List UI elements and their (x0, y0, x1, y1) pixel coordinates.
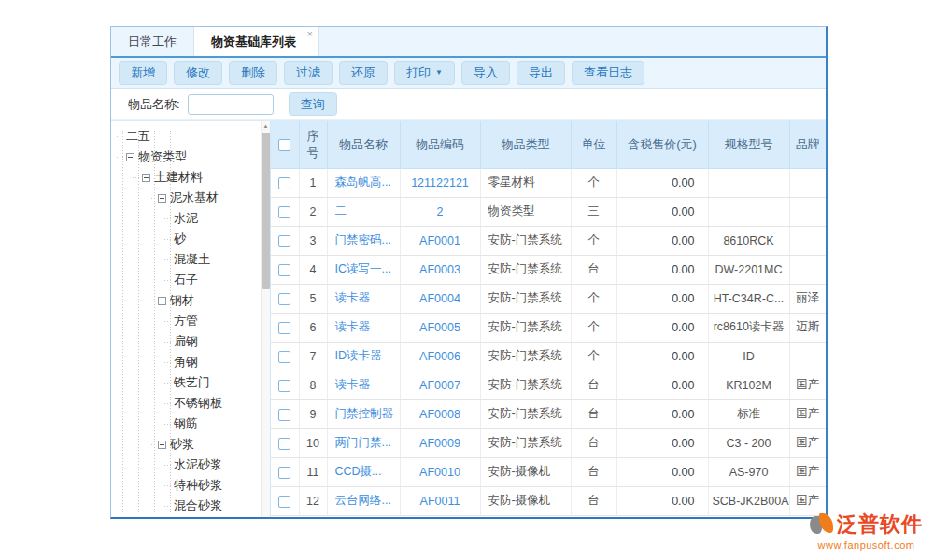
column-header-brand[interactable]: 品牌 (789, 121, 826, 168)
row-checkbox[interactable] (278, 177, 290, 189)
column-header-unit[interactable]: 单位 (571, 121, 616, 168)
item-name-link[interactable]: ID读卡器 (335, 349, 382, 362)
tree-item[interactable]: 泥水基材 (111, 188, 270, 208)
tree-item[interactable]: 混合砂浆 (111, 496, 270, 516)
row-checkbox[interactable] (278, 409, 290, 421)
item-name-link[interactable]: 两门门禁... (335, 436, 391, 449)
item-code-link[interactable]: AF0008 (419, 408, 460, 421)
tree-item[interactable]: 方管 (111, 311, 270, 331)
row-checkbox[interactable] (278, 206, 290, 218)
tab-daily-work-label: 日常工作 (128, 34, 177, 50)
item-name-link[interactable]: 读卡器 (335, 291, 371, 304)
scroll-up-icon[interactable]: ▲ (262, 121, 270, 131)
item-code-link[interactable]: AF0010 (419, 466, 460, 479)
tree-item[interactable]: 石子 (111, 270, 270, 290)
tree-item[interactable]: 扁钢 (111, 331, 270, 352)
delete-button[interactable]: 删除 (229, 61, 277, 85)
row-checkbox[interactable] (278, 264, 290, 276)
view-log-button[interactable]: 查看日志 (572, 61, 644, 85)
item-name-link[interactable]: 森岛帆高... (335, 175, 391, 189)
modify-button[interactable]: 修改 (174, 61, 222, 85)
row-checkbox[interactable] (278, 293, 290, 305)
cell-unit: 个 (571, 342, 616, 371)
cell-code: 121122121 (400, 168, 480, 197)
row-checkbox[interactable] (278, 496, 290, 508)
item-code-link[interactable]: AF0005 (419, 321, 460, 334)
item-name-link[interactable]: 二 (335, 204, 347, 217)
row-checkbox[interactable] (278, 322, 290, 334)
column-header-spec[interactable]: 规格型号 (708, 121, 789, 168)
tree-item[interactable]: 钢材 (111, 290, 270, 311)
column-header-code[interactable]: 物品编码 (400, 121, 480, 168)
collapse-toggle-icon[interactable] (158, 441, 166, 449)
item-name-link[interactable]: 云台网络... (335, 494, 391, 507)
cell-spec (708, 168, 789, 197)
select-all-checkbox[interactable] (278, 139, 290, 151)
cell-no: 1 (299, 168, 327, 197)
tree-item[interactable]: 角钢 (111, 352, 270, 372)
tab-materials-base-list[interactable]: 物资基础库列表× (193, 27, 319, 56)
query-button[interactable]: 查询 (289, 92, 337, 117)
tree-item[interactable]: 砂 (111, 229, 270, 249)
row-checkbox[interactable] (278, 467, 290, 479)
item-code-link[interactable]: 121122121 (411, 176, 469, 189)
item-code-link[interactable]: AF0009 (419, 437, 460, 450)
item-code-link[interactable]: 2 (437, 205, 444, 218)
row-checkbox[interactable] (278, 235, 290, 247)
tree-item[interactable]: 钢筋 (111, 413, 270, 434)
tree-item[interactable]: 混凝土 (111, 249, 270, 270)
item-name-input[interactable] (188, 94, 274, 115)
tree-item[interactable]: 特种砂浆 (111, 475, 270, 496)
filter-button[interactable]: 过滤 (284, 61, 333, 85)
item-code-link[interactable]: AF0007 (419, 379, 460, 392)
import-button[interactable]: 导入 (461, 61, 510, 85)
tree-item-label: 混凝土 (174, 249, 210, 270)
row-checkbox[interactable] (278, 380, 290, 392)
cell-type: 安防-门禁系统 (480, 399, 571, 428)
export-button[interactable]: 导出 (517, 61, 565, 85)
table-row: 9门禁控制器AF0008安防-门禁系统台0.00标准国产 (271, 399, 826, 428)
item-name-link[interactable]: 门禁密码... (335, 233, 391, 246)
item-name-link[interactable]: IC读写一... (335, 262, 391, 275)
materials-table-panel: 序号物品名称物品编码物品类型单位含税售价(元)规格型号品牌 1森岛帆高...12… (271, 121, 826, 517)
item-code-link[interactable]: AF0003 (419, 263, 460, 276)
row-checkbox[interactable] (278, 351, 290, 363)
tree-scrollbar[interactable]: ▲ (261, 121, 270, 517)
tab-close-icon[interactable]: × (307, 29, 313, 39)
cell-type: 安防-门禁系统 (480, 255, 571, 284)
collapse-toggle-icon[interactable] (126, 153, 134, 161)
column-header-type[interactable]: 物品类型 (480, 121, 571, 168)
tree-item[interactable]: 物资类型 (111, 147, 270, 167)
column-header-no[interactable]: 序号 (299, 121, 327, 168)
item-name-link[interactable]: 读卡器 (335, 320, 371, 333)
tree-item[interactable]: 土建材料 (111, 167, 270, 188)
add-button[interactable]: 新增 (119, 61, 167, 85)
item-code-link[interactable]: AF0011 (420, 495, 460, 508)
tree-item-label: 钢材 (170, 290, 194, 311)
tree-item[interactable]: 二五 (111, 126, 270, 147)
item-name-link[interactable]: 门禁控制器 (335, 407, 394, 420)
item-name-link[interactable]: 读卡器 (335, 378, 371, 391)
restore-button[interactable]: 还原 (339, 61, 388, 85)
collapse-toggle-icon[interactable] (142, 174, 150, 182)
tree-item[interactable]: 不锈钢板 (111, 393, 270, 413)
tab-daily-work[interactable]: 日常工作 (111, 27, 193, 56)
collapse-toggle-icon[interactable] (158, 194, 166, 203)
print-button[interactable]: 打印▼ (394, 61, 455, 85)
tree-item[interactable]: 水泥 (111, 208, 270, 229)
tree-item-label: 泥水基材 (170, 188, 219, 208)
item-code-link[interactable]: AF0004 (419, 292, 460, 305)
column-header-name[interactable]: 物品名称 (327, 121, 400, 168)
cell-no: 10 (299, 428, 327, 457)
item-code-link[interactable]: AF0006 (419, 350, 460, 363)
scrollbar-thumb[interactable] (262, 133, 270, 289)
column-header-price[interactable]: 含税售价(元) (616, 121, 708, 168)
tree-item[interactable]: 水泥砂浆 (111, 455, 270, 475)
tree-item[interactable]: 铁艺门 (111, 372, 270, 393)
item-code-link[interactable]: AF0001 (419, 234, 460, 247)
collapse-toggle-icon[interactable] (158, 297, 166, 305)
tree-item[interactable]: 砂浆 (111, 434, 270, 455)
tree-item-label: 砂浆 (170, 434, 194, 455)
item-name-link[interactable]: CCD摄... (335, 465, 382, 478)
row-checkbox[interactable] (278, 438, 290, 450)
